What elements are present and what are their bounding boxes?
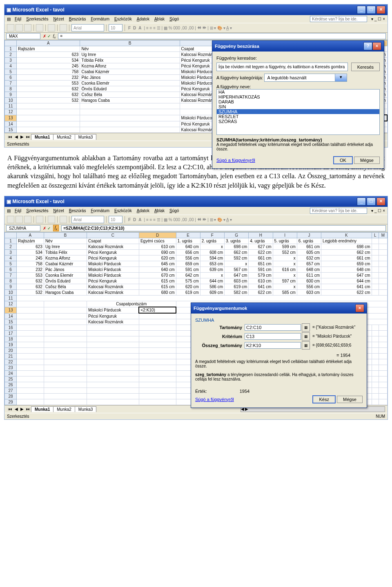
menu-adatok[interactable]: Adatok	[134, 208, 152, 213]
undo-icon[interactable]	[48, 24, 55, 31]
menu-súgó[interactable]: Súgó	[167, 208, 181, 213]
titlebar[interactable]: ▣ Microsoft Excel - tavol _ □ ×	[4, 196, 388, 207]
tab-munka3[interactable]: Munka3	[75, 406, 97, 412]
format-D[interactable]: D	[132, 217, 137, 222]
open-icon[interactable]	[16, 216, 23, 223]
tab-last[interactable]: ⏭	[25, 134, 31, 139]
dialog-close-icon[interactable]: ×	[355, 304, 364, 312]
menu-ablak[interactable]: Ablak	[152, 208, 167, 213]
format-A[interactable]: A	[137, 26, 143, 30]
search-button[interactable]: Keresés	[351, 63, 380, 71]
new-icon[interactable]	[7, 216, 14, 223]
func-SZUMHA[interactable]: SZUMHA	[217, 109, 379, 114]
titlebar[interactable]: ▣ Microsoft Excel - tavol _ □ ×	[4, 4, 388, 15]
tab-next[interactable]: ▶	[19, 134, 25, 139]
tab-munka2[interactable]: Munka2	[53, 134, 75, 140]
menu-formátum[interactable]: Formátum	[88, 208, 112, 213]
font-select[interactable]: Arial	[71, 24, 104, 31]
format-F[interactable]: F	[127, 217, 132, 222]
help-icon[interactable]	[60, 24, 67, 31]
menu-formátum[interactable]: Formátum	[88, 16, 112, 22]
function-list[interactable]: HAHIPERHIVATKOZÁSDARABSINSZUMHARÉSZLETSZ…	[216, 89, 380, 135]
name-box[interactable]: SZUMHA	[6, 225, 40, 231]
new-icon[interactable]	[7, 24, 14, 31]
menu-szerkesztés[interactable]: Szerkesztés	[24, 208, 51, 213]
menu-ablak[interactable]: Ablak	[152, 16, 167, 22]
tab-next[interactable]: ▶	[19, 407, 25, 411]
minimize-button[interactable]: _	[357, 197, 366, 206]
help-search[interactable]: Kérdése van? Írja be ide.	[310, 208, 367, 214]
accept-formula-icon[interactable]: ✓	[47, 34, 51, 38]
open-icon[interactable]	[16, 24, 23, 31]
format-F[interactable]: F	[127, 26, 132, 30]
menu-nézet[interactable]: Nézet	[51, 208, 67, 213]
close-button[interactable]: ×	[376, 197, 385, 206]
cancel-button[interactable]: Mégse	[337, 396, 363, 403]
search-input[interactable]: Írja be röviden mit tegyen a függvény, é…	[216, 63, 348, 71]
cancel-button[interactable]: Mégse	[354, 157, 380, 164]
tab-last[interactable]: ⏭	[25, 407, 31, 411]
save-icon[interactable]	[24, 24, 31, 31]
dialog-close-icon[interactable]: ×	[372, 42, 381, 50]
maximize-button[interactable]: □	[367, 6, 376, 14]
cancel-formula-icon[interactable]: ✗	[43, 226, 46, 231]
menu-fájl[interactable]: Fájl	[12, 208, 24, 213]
func-help-link[interactable]: Súgó a függvényről	[216, 158, 255, 163]
arg-Összeg_tartomány[interactable]	[245, 342, 301, 349]
undo-icon[interactable]	[48, 216, 55, 223]
refedit-icon[interactable]: ▦	[302, 323, 310, 332]
help-search[interactable]: Kérdése van? Írja be ide.	[310, 16, 367, 22]
tab-munka1[interactable]: Munka1	[31, 134, 53, 140]
minimize-button[interactable]: _	[357, 6, 366, 14]
fontsize-select[interactable]: 10	[109, 24, 122, 31]
ok-button[interactable]: OK	[333, 156, 353, 164]
func-DARAB[interactable]: DARAB	[217, 99, 379, 104]
tab-prev[interactable]: ◀	[13, 407, 19, 411]
menu-fájl[interactable]: Fájl	[12, 16, 24, 22]
function-arguments-dialog[interactable]: Függvényargumentumok × SZUMHA Tartomány▦…	[191, 302, 367, 408]
func-SIN[interactable]: SIN	[217, 104, 379, 109]
func-RÉSZLET[interactable]: RÉSZLET	[217, 114, 379, 119]
accept-formula-icon[interactable]: ✓	[47, 226, 51, 231]
maximize-button[interactable]: □	[367, 197, 376, 206]
name-box[interactable]: MAX	[6, 33, 40, 39]
arg-Kritérium[interactable]	[245, 333, 301, 340]
tab-munka2[interactable]: Munka2	[53, 406, 75, 412]
refedit-icon[interactable]: ▦	[302, 341, 310, 350]
func-HA[interactable]: HA	[217, 90, 379, 94]
category-select[interactable]: A legutóbb használt▾	[264, 74, 347, 82]
fontsize-select[interactable]: 10	[109, 216, 122, 223]
tab-munka1[interactable]: Munka1	[31, 406, 53, 412]
save-icon[interactable]	[24, 216, 31, 223]
formula-input[interactable]: =	[58, 33, 386, 39]
menu-eszközök[interactable]: Eszközök	[112, 208, 134, 213]
arg-Tartomány[interactable]	[245, 324, 301, 331]
menu-szerkesztés[interactable]: Szerkesztés	[24, 16, 51, 22]
dialog-help-icon[interactable]: ?	[363, 42, 372, 50]
menu-nézet[interactable]: Nézet	[51, 16, 67, 22]
menu-eszközök[interactable]: Eszközök	[112, 16, 134, 22]
formula-input[interactable]: =SZUMHA(C2:C10;C13;K2:K10)	[61, 225, 386, 231]
func-HIPERHIVATKOZÁS[interactable]: HIPERHIVATKOZÁS	[217, 94, 379, 99]
tab-first[interactable]: ⏮	[7, 134, 13, 139]
insert-function-dialog[interactable]: Függvény beszúrása ? × Függvény keresése…	[212, 40, 384, 169]
menu-súgó[interactable]: Súgó	[167, 16, 181, 22]
help-icon[interactable]	[60, 216, 67, 223]
close-button[interactable]: ×	[376, 6, 385, 14]
menu-adatok[interactable]: Adatok	[134, 16, 152, 22]
font-select[interactable]: Arial	[71, 216, 104, 223]
format-A[interactable]: A	[137, 217, 143, 222]
func-SZÓRÁS[interactable]: SZÓRÁS	[217, 119, 379, 124]
refedit-icon[interactable]: ▦	[302, 332, 310, 341]
print-icon[interactable]	[36, 24, 43, 31]
tab-first[interactable]: ⏮	[7, 407, 13, 411]
cancel-formula-icon[interactable]: ✗	[43, 34, 46, 38]
format-D[interactable]: D	[132, 26, 137, 30]
func-help-link[interactable]: Súgó a függvényről	[195, 397, 234, 402]
ok-button[interactable]: Kész	[312, 395, 335, 403]
menu-beszúrás[interactable]: Beszúrás	[67, 16, 89, 22]
print-icon[interactable]	[36, 216, 43, 223]
fx-icon[interactable]: fx	[53, 225, 59, 231]
tab-munka3[interactable]: Munka3	[75, 134, 97, 140]
tab-prev[interactable]: ◀	[13, 134, 19, 139]
